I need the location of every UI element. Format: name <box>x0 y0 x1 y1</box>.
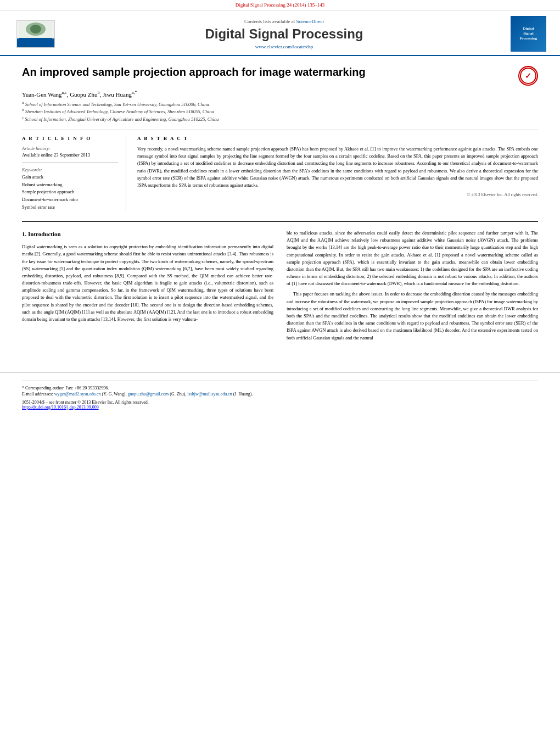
journal-volume-info: Digital Signal Processing 24 (2014) 135–… <box>236 2 325 8</box>
article-title-section: An improved sample projection approach f… <box>22 66 538 86</box>
article-title: An improved sample projection approach f… <box>22 66 518 79</box>
svg-text:✓: ✓ <box>525 71 531 80</box>
affiliation-a: a School of Information Science and Tech… <box>22 101 538 107</box>
keywords-label: Keywords: <box>22 167 118 172</box>
body-right-column: ble to malicious attacks, since the adve… <box>287 230 538 345</box>
main-body: 1. Introduction Digital watermarking is … <box>22 221 538 345</box>
journal-header: ELSEVIER Contents lists available at Sci… <box>0 10 560 56</box>
keyword-1: Gain attack <box>22 174 118 181</box>
intro-paragraph1: Digital watermarking is seen as a soluti… <box>22 243 273 323</box>
author2-sup: b <box>98 90 100 95</box>
email3-link[interactable]: isshjw@mail.sysu.edu.cn <box>187 392 233 397</box>
journal-title: Digital Signal Processing <box>71 26 497 42</box>
article-info-heading: A R T I C L E I N F O <box>22 136 118 141</box>
elsevier-logo-image: ELSEVIER <box>16 20 55 48</box>
svg-text:ELSEVIER: ELSEVIER <box>26 41 45 44</box>
journal-center-info: Contents lists available at ScienceDirec… <box>60 19 508 49</box>
doi-line[interactable]: http://dx.doi.org/10.1016/j.dsp.2013.09.… <box>22 405 538 410</box>
keyword-2: Robust watermarking <box>22 181 118 189</box>
journal-url[interactable]: www.elsevier.com/locate/dsp <box>71 44 497 49</box>
paper-footer: * Corresponding author. Fax: +86 20 3933… <box>0 372 560 415</box>
keywords-list: Gain attack Robust watermarking Sample p… <box>22 174 118 211</box>
keyword-5: Symbol error rate <box>22 204 118 211</box>
issn-line: 1051-2004/$ – see front matter © 2013 El… <box>22 400 538 405</box>
email2-link[interactable]: guopu.zhu@gmail.com <box>127 392 170 397</box>
abstract-text: Very recently, a novel watermarking sche… <box>137 146 538 189</box>
author3-name: Jiwu Huang <box>103 91 132 98</box>
email-line: E-mail addresses: wyger@mail2.sysu.edu.c… <box>22 392 538 397</box>
svg-rect-3 <box>19 38 52 46</box>
dsp-logo-section: DigitalSignalProcessing <box>508 16 549 52</box>
keyword-3: Sample projection approach <box>22 188 118 196</box>
available-online-value: Available online 23 September 2013 <box>22 152 118 158</box>
doi-link[interactable]: http://dx.doi.org/10.1016/j.dsp.2013.09.… <box>22 405 99 410</box>
author2-name: Guopu Zhu <box>70 91 97 98</box>
crossmark-logo: ✓ <box>518 66 538 86</box>
email1-link[interactable]: wyger@mail2.sysu.edu.cn <box>54 392 102 397</box>
abstract-copyright: © 2013 Elsevier Inc. All rights reserved… <box>137 192 538 197</box>
author1-name: Yuan-Gen Wang <box>22 91 62 98</box>
affiliation-c: c School of Information, Zhongkai Univer… <box>22 115 538 122</box>
article-history-label: Article history: <box>22 146 118 151</box>
contents-available-line: Contents lists available at ScienceDirec… <box>71 19 497 24</box>
corresponding-author-note: * Corresponding author. Fax: +86 20 3933… <box>22 386 538 390</box>
elsevier-logo-section: ELSEVIER <box>11 20 60 48</box>
footer-separator <box>22 381 538 381</box>
sciencedirect-link[interactable]: ScienceDirect <box>296 19 324 24</box>
section1-title: 1. Introduction <box>22 230 273 239</box>
intro-paragraph3: This paper focuses on tackling the above… <box>287 291 538 341</box>
top-bar: Digital Signal Processing 24 (2014) 135–… <box>0 0 560 10</box>
authors-line: Yuan-Gen Wanga,c, Guopu Zhub, Jiwu Huang… <box>22 90 538 98</box>
svg-point-2 <box>30 25 41 34</box>
abstract-column: A B S T R A C T Very recently, a novel w… <box>137 136 538 211</box>
article-info-abstract-section: A R T I C L E I N F O Article history: A… <box>22 130 538 211</box>
article-info-column: A R T I C L E I N F O Article history: A… <box>22 136 126 211</box>
intro-paragraph2: ble to malicious attacks, since the adve… <box>287 230 538 287</box>
author3-sup: a,* <box>132 90 137 95</box>
dsp-logo: DigitalSignalProcessing <box>511 16 546 52</box>
affiliation-b: b Shenzhen Institutes of Advanced Techno… <box>22 108 538 114</box>
paper-body: An improved sample projection approach f… <box>0 56 560 356</box>
abstract-heading: A B S T R A C T <box>137 136 538 141</box>
keyword-4: Document-to-watermark ratio <box>22 196 118 204</box>
info-separator <box>22 162 118 163</box>
author1-sup: a,c <box>62 90 67 95</box>
body-left-column: 1. Introduction Digital watermarking is … <box>22 230 273 345</box>
